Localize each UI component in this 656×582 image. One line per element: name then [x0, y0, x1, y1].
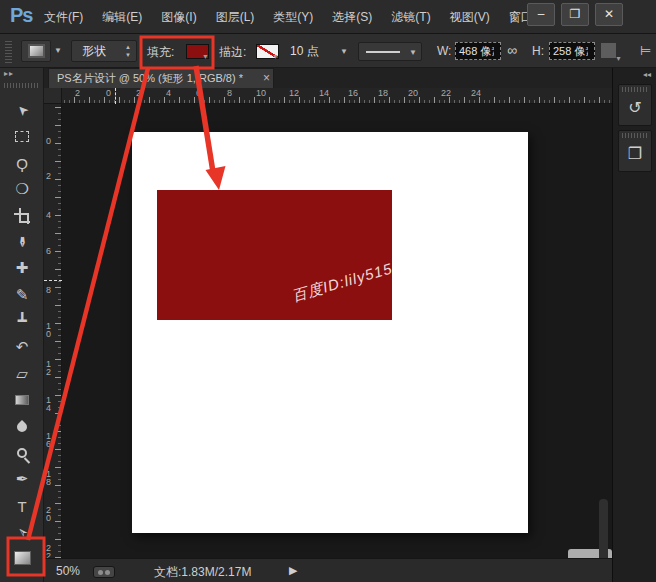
status-bar: 50% 文档:1.83M/2.17M ▶: [44, 558, 612, 582]
ruler-corner: [44, 88, 62, 104]
geometry-arrow-icon: ▼: [615, 55, 622, 62]
width-value: 468: [459, 43, 477, 59]
tool-options-bar: ▼ 形状 ▲▼ 填充: ▼ 描边: ▼ 10 点 ▼ ▼ W: 468 像素 ∞…: [0, 34, 656, 68]
menu-layer[interactable]: 图层(L): [210, 5, 261, 30]
link-dimensions-icon[interactable]: ∞: [507, 42, 517, 58]
minimize-button[interactable]: –: [527, 3, 555, 26]
blur-tool[interactable]: [9, 415, 35, 439]
height-unit: 像素: [574, 43, 588, 59]
menu-type[interactable]: 类型(Y): [267, 5, 319, 30]
fill-color-swatch[interactable]: ▼: [186, 44, 209, 59]
menu-edit[interactable]: 编辑(E): [96, 5, 148, 30]
options-gripper: [5, 39, 12, 63]
stroke-swatch-arrow-icon: ▼: [272, 53, 279, 60]
clone-stamp-tool[interactable]: ┻: [9, 309, 35, 333]
height-label: H:: [532, 44, 544, 58]
menu-select[interactable]: 选择(S): [326, 5, 378, 30]
lasso-tool[interactable]: Ϙ: [9, 151, 35, 175]
eyedropper-tool[interactable]: ✒: [9, 230, 35, 254]
zoom-level-field[interactable]: 50%: [56, 564, 80, 578]
menu-filter[interactable]: 滤镜(T): [385, 5, 436, 30]
ruler-label: 20: [408, 88, 418, 98]
stroke-label: 描边:: [219, 44, 246, 61]
ps-logo: Ps: [10, 4, 32, 27]
photoshop-window: Ps 文件(F) 编辑(E) 图像(I) 图层(L) 类型(Y) 选择(S) 滤…: [0, 0, 656, 582]
preset-dropdown-arrow-icon[interactable]: ▼: [54, 46, 62, 55]
ruler-label: 12: [46, 360, 54, 376]
menu-bar: 文件(F) 编辑(E) 图像(I) 图层(L) 类型(Y) 选择(S) 滤镜(T…: [38, 0, 558, 34]
type-tool[interactable]: T: [9, 494, 35, 518]
panel-collapse-icon[interactable]: ◂◂: [643, 70, 651, 79]
tools-panel: ▸▸ ➤ Ϙ ❍ ✒ ✚ ✎ ┻ ↶ ▱ ✒ T ➢: [0, 68, 44, 582]
fill-label: 填充:: [147, 44, 174, 61]
ruler-label: 4: [46, 211, 54, 219]
pen-tool[interactable]: ✒: [9, 467, 35, 491]
rectangular-marquee-tool[interactable]: [9, 124, 35, 148]
document-canvas[interactable]: 百度ID:lily5158: [132, 132, 528, 533]
tools-collapse-icon[interactable]: ▸▸: [4, 69, 14, 78]
stroke-width-dropdown-arrow-icon[interactable]: ▼: [340, 47, 348, 56]
height-input[interactable]: 258 像素: [549, 42, 595, 60]
ruler-label: 0: [46, 137, 54, 145]
rectangle-preset-icon: [28, 44, 45, 58]
ruler-position-marker: [115, 88, 116, 104]
eraser-tool[interactable]: ▱: [9, 362, 35, 386]
brush-tool[interactable]: ✎: [9, 283, 35, 307]
updown-arrows-icon: ▲▼: [125, 43, 131, 59]
tools-gripper: [4, 83, 38, 88]
healing-brush-tool[interactable]: ✚: [9, 256, 35, 280]
red-rectangle-shape[interactable]: 百度ID:lily5158: [157, 190, 392, 320]
ruler-label: 16: [348, 88, 358, 98]
document-size-info: 文档:1.83M/2.17M: [154, 564, 251, 581]
ruler-label: 18: [378, 88, 388, 98]
width-unit: 像素: [480, 43, 494, 59]
tab-close-icon[interactable]: ×: [263, 69, 270, 87]
rectangle-tool[interactable]: [9, 546, 35, 570]
canvas-workspace[interactable]: 百度ID:lily5158: [62, 104, 612, 558]
ruler-label: 0: [106, 88, 111, 98]
stroke-style-select[interactable]: ▼: [358, 42, 422, 61]
window-controls: – ❐ ✕: [527, 3, 623, 26]
document-tab[interactable]: PS名片设计 @ 50% (矩形 1, RGB/8) * ×: [48, 68, 274, 88]
title-bar: Ps 文件(F) 编辑(E) 图像(I) 图层(L) 类型(Y) 选择(S) 滤…: [0, 0, 656, 34]
stroke-width-field[interactable]: 10 点: [286, 41, 336, 61]
width-input[interactable]: 468 像素: [455, 42, 501, 60]
move-tool[interactable]: ➤: [9, 98, 35, 122]
ruler-label: 6: [46, 247, 54, 255]
shape-mode-value: 形状: [82, 44, 106, 58]
tool-preset-button[interactable]: [21, 40, 51, 62]
maximize-button[interactable]: ❐: [561, 3, 589, 26]
ruler-position-marker: [44, 280, 62, 281]
path-selection-tool[interactable]: ➢: [9, 520, 35, 544]
geometry-options-icon[interactable]: ▼: [601, 43, 616, 58]
menu-image[interactable]: 图像(I): [155, 5, 202, 30]
quick-selection-tool[interactable]: ❍: [9, 177, 35, 201]
document-tab-bar: PS名片设计 @ 50% (矩形 1, RGB/8) * ×: [44, 68, 612, 88]
dodge-tool[interactable]: [9, 441, 35, 465]
stroke-style-line-icon: [366, 51, 400, 53]
history-brush-tool[interactable]: ↶: [9, 335, 35, 359]
history-panel-button[interactable]: ↺: [618, 84, 652, 126]
shape-mode-select[interactable]: 形状 ▲▼: [71, 40, 137, 62]
height-value: 258: [553, 43, 571, 59]
ruler-label: 2: [46, 172, 54, 180]
align-edges-icon[interactable]: ⊨: [640, 43, 651, 58]
close-button[interactable]: ✕: [595, 3, 623, 26]
ruler-label: 14: [46, 396, 54, 412]
horizontal-ruler: 2 0 2 4 6 8 10 12 14 16 18 20 22 24: [44, 88, 612, 104]
ruler-label: 8: [227, 88, 232, 98]
properties-panel-icon: ❐: [619, 138, 651, 168]
ruler-label: 20: [46, 506, 54, 522]
menu-file[interactable]: 文件(F): [38, 5, 89, 30]
ruler-label: 10: [256, 88, 266, 98]
paint-bucket-tool[interactable]: [9, 388, 35, 412]
crop-tool[interactable]: [9, 204, 35, 228]
menu-view[interactable]: 视图(V): [444, 5, 496, 30]
watermark-text: 百度ID:lily5158: [290, 216, 392, 306]
status-expand-icon[interactable]: ▶: [289, 564, 297, 577]
width-label: W:: [437, 44, 451, 58]
properties-panel-button[interactable]: ❐: [618, 130, 652, 172]
stroke-color-swatch[interactable]: ▼: [256, 44, 279, 59]
scrubby-zoom-icon[interactable]: [93, 566, 115, 578]
ruler-label: 6: [196, 88, 201, 98]
